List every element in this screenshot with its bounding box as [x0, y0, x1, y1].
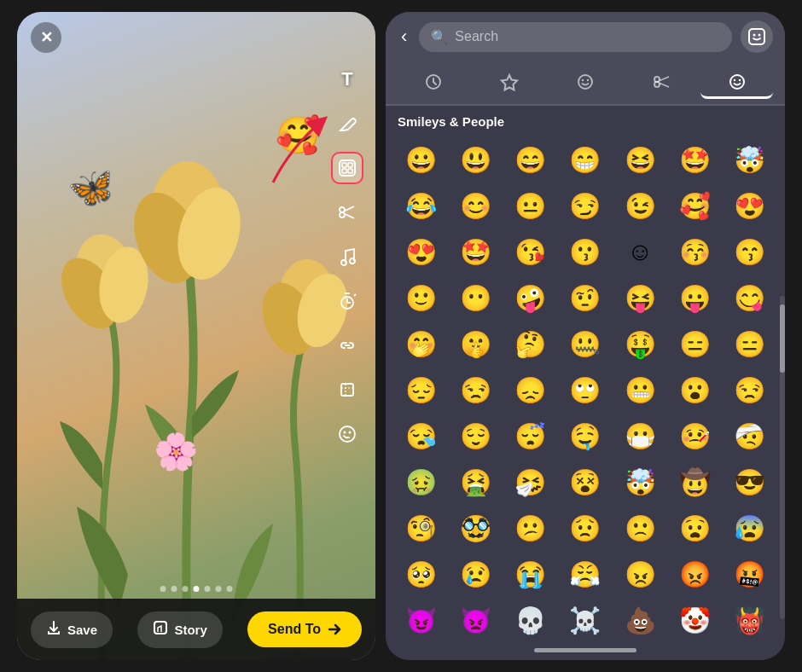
emoji-cell[interactable]: 🤮 [449, 460, 502, 504]
music-tool-button[interactable] [331, 240, 363, 273]
lens-tool-button[interactable] [331, 418, 363, 450]
emoji-cell[interactable]: 😍 [394, 229, 447, 274]
close-button[interactable]: ✕ [31, 22, 61, 53]
emoji-cell[interactable]: 😝 [613, 275, 666, 320]
emoji-cell[interactable]: 🤧 [504, 460, 557, 504]
emoji-cell[interactable]: 😪 [394, 414, 447, 458]
emoji-cell[interactable]: 😧 [668, 506, 721, 550]
emoji-cell[interactable]: 😉 [613, 183, 666, 228]
emoji-cell[interactable]: ☺️ [613, 229, 666, 274]
emoji-cell[interactable]: 🤯 [724, 137, 776, 182]
emoji-cell[interactable]: 💩 [613, 598, 666, 640]
emoji-cell[interactable]: 😘 [504, 229, 557, 274]
search-bar[interactable]: 🔍 Search [419, 22, 732, 52]
emoji-cell[interactable]: 😙 [724, 229, 776, 274]
emoji-cell[interactable]: 🙄 [559, 368, 612, 412]
emoji-cell[interactable]: 🤪 [504, 275, 557, 320]
emoji-cell[interactable]: 😎 [724, 460, 776, 504]
emoji-cell[interactable]: 😏 [559, 183, 612, 228]
emoji-cell[interactable]: 😁 [559, 137, 612, 182]
emoji-cell[interactable]: 😑 [668, 322, 721, 366]
emoji-cell[interactable]: 🤬 [724, 552, 776, 596]
emoji-cell[interactable]: 😍 [724, 183, 776, 228]
emoji-cell[interactable]: 🤐 [559, 322, 612, 366]
back-button[interactable]: ‹ [398, 22, 410, 51]
draw-tool-button[interactable] [331, 107, 363, 140]
emoji-cell[interactable]: 😵 [559, 460, 612, 504]
emoji-grid-wrapper[interactable]: 😀😃😄😁😆🤩🤯😂😊😐😏😉🥰😍😍🤩😘😗☺️😚😙🙂😶🤪🤨😝😛😋🤭🤫🤔🤐🤑😑😑😔😒😞🙄… [386, 134, 785, 640]
emoji-cell[interactable]: 😭 [504, 552, 557, 596]
emoji-cell[interactable]: 🥺 [394, 552, 447, 596]
tab-scissors[interactable] [625, 67, 697, 99]
emoji-cell[interactable]: 😚 [668, 229, 721, 274]
emoji-cell[interactable]: 🧐 [394, 506, 447, 550]
story-button[interactable]: Story [137, 611, 222, 648]
emoji-cell[interactable]: 😑 [724, 322, 776, 366]
emoji-cell[interactable]: 😒 [724, 368, 776, 412]
emoji-cell[interactable]: 🤕 [724, 414, 776, 458]
emoji-cell[interactable]: 😂 [394, 183, 447, 228]
emoji-cell[interactable]: 🤨 [559, 275, 612, 320]
emoji-cell[interactable]: 😢 [449, 552, 502, 596]
emoji-cell[interactable]: 😞 [504, 368, 557, 412]
sticker-tool-button[interactable] [331, 152, 363, 184]
crop-tool-button[interactable] [331, 374, 363, 406]
emoji-icon-button[interactable] [741, 20, 773, 53]
emoji-cell[interactable]: 😤 [559, 552, 612, 596]
emoji-cell[interactable]: 😛 [668, 275, 721, 320]
emoji-cell[interactable]: 😀 [394, 137, 447, 182]
tab-recent[interactable] [398, 67, 470, 99]
emoji-cell[interactable]: 👿 [449, 598, 502, 640]
flower-sticker[interactable]: 🌸 [154, 431, 198, 472]
tab-favorites[interactable] [474, 67, 546, 99]
tab-smileys[interactable] [549, 67, 622, 99]
emoji-cell[interactable]: 😋 [724, 275, 776, 320]
send-to-button[interactable]: Send To [247, 611, 362, 647]
emoji-cell[interactable]: 😆 [613, 137, 666, 182]
emoji-cell[interactable]: 😮 [668, 368, 721, 412]
emoji-cell[interactable]: 🥸 [449, 506, 502, 550]
emoji-cell[interactable]: 😐 [504, 183, 557, 228]
emoji-cell[interactable]: 🤭 [394, 322, 447, 366]
tab-face2[interactable] [700, 67, 773, 99]
emoji-cell[interactable]: 👹 [724, 598, 776, 640]
butterfly-sticker[interactable]: 🦋 [65, 162, 119, 214]
emoji-cell[interactable]: 🤑 [613, 322, 666, 366]
emoji-cell[interactable]: 🤫 [449, 322, 502, 366]
emoji-cell[interactable]: 🤡 [668, 598, 721, 640]
timer-tool-button[interactable] [331, 285, 363, 317]
emoji-cell[interactable]: ☠️ [559, 598, 612, 640]
emoji-cell[interactable]: 🤠 [668, 460, 721, 504]
emoji-cell[interactable]: 😕 [504, 506, 557, 550]
emoji-cell[interactable]: 😈 [394, 598, 447, 640]
emoji-cell[interactable]: 😊 [449, 183, 502, 228]
emoji-cell[interactable]: 💀 [504, 598, 557, 640]
emoji-cell[interactable]: 😌 [449, 414, 502, 458]
emoji-cell[interactable]: 😒 [449, 368, 502, 412]
emoji-cell[interactable]: 🤤 [559, 414, 612, 458]
emoji-cell[interactable]: 😗 [559, 229, 612, 274]
emoji-cell[interactable]: 🙂 [394, 275, 447, 320]
text-tool-button[interactable]: T [331, 63, 363, 96]
emoji-cell[interactable]: 😡 [668, 552, 721, 596]
emoji-cell[interactable]: 😠 [613, 552, 666, 596]
emoji-cell[interactable]: 😄 [504, 137, 557, 182]
emoji-cell[interactable]: 😰 [724, 506, 776, 550]
emoji-cell[interactable]: 🙁 [613, 506, 666, 550]
scissors-tool-button[interactable] [331, 196, 363, 229]
emoji-cell[interactable]: 🤯 [613, 460, 666, 504]
emoji-cell[interactable]: 🤩 [668, 137, 721, 182]
emoji-cell[interactable]: 🤢 [394, 460, 447, 504]
emoji-cell[interactable]: 🤩 [449, 229, 502, 274]
emoji-cell[interactable]: 🤒 [668, 414, 721, 458]
emoji-cell[interactable]: 😬 [613, 368, 666, 412]
emoji-cell[interactable]: 😔 [394, 368, 447, 412]
emoji-cell[interactable]: 🥰 [668, 183, 721, 228]
emoji-cell[interactable]: 😷 [613, 414, 666, 458]
emoji-cell[interactable]: 😶 [449, 275, 502, 320]
link-tool-button[interactable] [331, 329, 363, 362]
save-button[interactable]: Save [31, 611, 113, 648]
emoji-cell[interactable]: 😴 [504, 414, 557, 458]
emoji-cell[interactable]: 😃 [449, 137, 502, 182]
emoji-cell[interactable]: 😟 [559, 506, 612, 550]
